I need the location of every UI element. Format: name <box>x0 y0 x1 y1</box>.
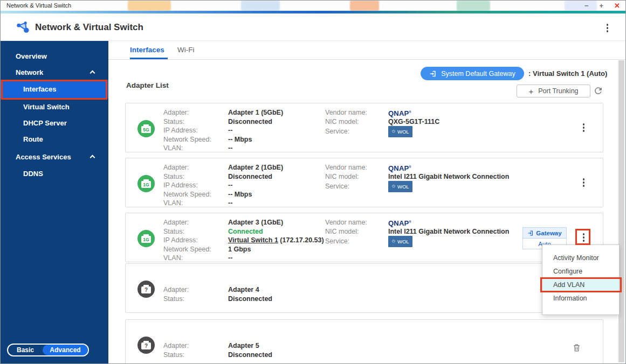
field-label: VLAN: <box>163 199 228 208</box>
adapter-speed: 1 Gbps <box>228 245 251 254</box>
app-window: Network & Virtual Switch − + ✕ Network &… <box>0 0 626 364</box>
default-gateway-value: : Virtual Switch 1 (Auto) <box>528 67 607 80</box>
adapter-card-5: ? Adapter:Adapter 5 Status:Disconnected <box>125 319 603 364</box>
sidebar-item-virtual-switch[interactable]: Virtual Switch <box>1 100 108 114</box>
basic-advanced-toggle: Basic Advanced <box>7 344 89 356</box>
unknown-adapter-icon: ? <box>137 337 155 354</box>
ethernet-1g-icon: 1G <box>137 175 155 192</box>
power-icon <box>391 129 396 134</box>
field-label: NIC model: <box>325 227 388 236</box>
adapter-vlan: -- <box>228 144 232 153</box>
adapter-card-2: 1G Adapter:Adapter 2 (1GbE) Status:Disco… <box>125 158 603 207</box>
field-label: VLAN: <box>163 144 228 153</box>
vertical-scrollbar[interactable] <box>618 60 624 362</box>
close-icon[interactable]: ✕ <box>614 1 620 11</box>
adapter-card-1: 5G Adapter:Adapter 1 (5GbE) Status:Disco… <box>125 103 603 152</box>
field-label: Adapter: <box>163 163 228 172</box>
context-menu: Activity Monitor Configure Add VLAN Info… <box>542 244 620 315</box>
network-app-icon <box>15 20 30 34</box>
basic-toggle-option[interactable]: Basic <box>8 345 43 355</box>
field-label: Vendor name: <box>325 218 388 227</box>
field-label: Status: <box>163 295 228 304</box>
adapter-name: Adapter 3 (1GbE) <box>228 218 283 227</box>
port-trunking-button[interactable]: + Port Trunking <box>517 85 590 97</box>
field-label: Status: <box>163 172 228 181</box>
tab-wifi[interactable]: Wi-Fi <box>177 41 194 60</box>
adapter-name: Adapter 5 <box>228 341 259 351</box>
sidebar-item-ddns[interactable]: DDNS <box>1 167 108 181</box>
adapter-vlan: -- <box>228 254 232 263</box>
adapter-speed: -- Mbps <box>228 190 252 199</box>
adapter-card-4: ? Adapter:Adapter 4 Status:Disconnected <box>125 263 603 313</box>
adapter-ip: -- <box>228 126 232 135</box>
field-label: VLAN: <box>163 254 228 263</box>
field-label: NIC model: <box>325 117 388 127</box>
plus-icon: + <box>528 87 533 95</box>
adapter-status: Disconnected <box>228 117 272 127</box>
field-label: Adapter: <box>163 218 228 227</box>
main-content: Interfaces Wi-Fi System Default Gateway … <box>108 41 625 363</box>
refresh-icon[interactable] <box>593 86 603 96</box>
adapter-more-options-icon[interactable] <box>583 233 585 242</box>
menu-item-information[interactable]: Information <box>542 292 619 305</box>
page-title: Network & Virtual Switch <box>35 13 143 41</box>
adapter-status: Disconnected <box>228 295 272 304</box>
virtual-switch-link[interactable]: Virtual Switch 1 <box>228 236 278 244</box>
advanced-toggle-option[interactable]: Advanced <box>43 345 88 355</box>
menu-item-configure[interactable]: Configure <box>542 265 619 278</box>
wol-badge: WOL <box>388 181 412 192</box>
system-default-gateway-button[interactable]: System Default Gateway <box>421 67 524 80</box>
field-label: Status: <box>163 227 228 236</box>
sidebar: Overview Network Interfaces Virtual Swit… <box>1 41 108 364</box>
field-label: IP Address: <box>163 181 228 190</box>
sidebar-item-interfaces[interactable]: Interfaces <box>1 80 108 99</box>
maximize-icon[interactable]: + <box>600 1 604 11</box>
adapter-card-3: 1G Adapter:Adapter 3 (1GbE) Status:Conne… <box>125 213 603 262</box>
field-label: Adapter: <box>163 285 228 295</box>
adapter-more-options-icon[interactable] <box>583 178 585 187</box>
gateway-icon <box>527 230 534 236</box>
system-default-gateway-label: System Default Gateway <box>441 70 515 78</box>
window-title: Network & Virtual Switch <box>6 1 71 11</box>
sidebar-item-route[interactable]: Route <box>1 132 108 146</box>
adapter-name: Adapter 1 (5GbE) <box>228 108 283 117</box>
adapter-status: Disconnected <box>228 172 272 181</box>
adapter-list-title: Adapter List <box>126 81 169 89</box>
field-label: Adapter: <box>163 108 228 117</box>
adapter-ip: Virtual Switch 1 (172.17.20.53) <box>228 236 324 245</box>
adapter-status: Connected <box>228 227 263 236</box>
port-trunking-label: Port Trunking <box>538 87 578 95</box>
tab-interfaces[interactable]: Interfaces <box>130 41 164 60</box>
adapter-name: Adapter 4 <box>228 285 259 295</box>
window-titlebar: Network & Virtual Switch − + ✕ <box>1 1 625 11</box>
field-label: Network Speed: <box>163 190 228 199</box>
sidebar-item-network[interactable]: Network <box>1 66 108 80</box>
qnap-logo: QNAP® <box>388 108 411 118</box>
header-more-options-icon[interactable] <box>607 24 609 32</box>
menu-item-activity-monitor[interactable]: Activity Monitor <box>542 251 619 265</box>
field-label: Service: <box>325 127 388 136</box>
menu-item-add-vlan[interactable]: Add VLAN <box>542 278 619 292</box>
active-tab-underline <box>130 58 168 59</box>
field-label: Service: <box>325 237 388 246</box>
qnap-logo: QNAP® <box>388 163 411 173</box>
desktop-blob <box>128 1 171 11</box>
field-label: Vendor name: <box>325 163 388 172</box>
sidebar-item-dhcp-server[interactable]: DHCP Server <box>1 116 108 130</box>
sidebar-item-access-services[interactable]: Access Services <box>1 150 108 164</box>
field-label: Service: <box>325 182 388 191</box>
sidebar-item-overview[interactable]: Overview <box>1 50 108 64</box>
gateway-widget-label: Gateway <box>536 230 561 236</box>
adapter-ip: -- <box>228 181 232 190</box>
desktop-blob <box>457 1 490 11</box>
ethernet-1g-icon: 1G <box>137 230 155 247</box>
adapter-status: Disconnected <box>228 351 272 360</box>
adapter-name: Adapter 2 (1GbE) <box>228 163 283 172</box>
power-icon <box>391 239 396 243</box>
minimize-icon[interactable]: − <box>584 1 589 11</box>
trash-icon[interactable] <box>572 342 581 353</box>
field-label: Network Speed: <box>163 245 228 254</box>
field-label: Network Speed: <box>163 135 228 144</box>
adapter-more-options-icon[interactable] <box>583 123 585 132</box>
power-icon <box>391 184 396 188</box>
